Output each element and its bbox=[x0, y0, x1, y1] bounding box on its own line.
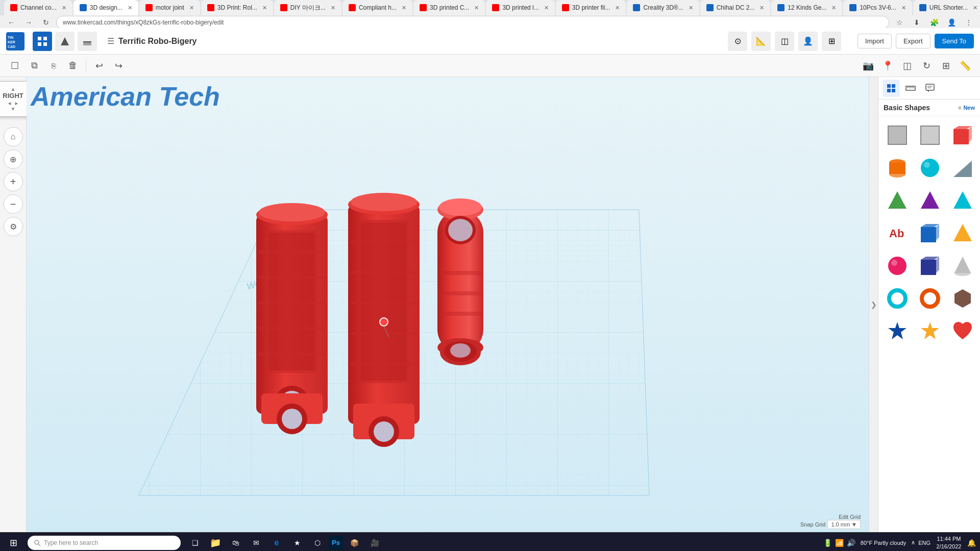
tab-close-icon[interactable]: ✕ bbox=[901, 5, 906, 11]
ps-icon[interactable]: Ps bbox=[329, 536, 343, 550]
shape-item-sphere[interactable] bbox=[915, 153, 945, 183]
tab-channel[interactable]: Channel co... ✕ bbox=[4, 0, 72, 15]
shapes-tab[interactable] bbox=[883, 80, 900, 97]
shapes-category-dropdown[interactable]: ≡ bbox=[958, 105, 961, 111]
shapes-tool-button[interactable] bbox=[55, 32, 75, 51]
shape-item-wedge[interactable] bbox=[948, 153, 977, 183]
tab-3d-printer-f[interactable]: 3D printer fil... ✕ bbox=[556, 0, 626, 15]
zoom-out-button[interactable]: − bbox=[4, 194, 23, 214]
tab-close-icon[interactable]: ✕ bbox=[128, 5, 132, 11]
shape-item-pyramid-g[interactable] bbox=[883, 186, 912, 215]
camera-button[interactable]: 📷 bbox=[860, 57, 877, 74]
shape-item-heart[interactable] bbox=[948, 316, 977, 346]
shape-item-box-striped[interactable] bbox=[915, 120, 945, 150]
notification-button[interactable]: 🔔 bbox=[967, 539, 976, 547]
tab-close-icon[interactable]: ✕ bbox=[262, 5, 267, 11]
bookmark-button[interactable]: ☆ bbox=[892, 15, 906, 30]
person-icon[interactable]: 👤 bbox=[798, 32, 818, 51]
shape-item-star-y[interactable] bbox=[915, 316, 945, 346]
copy-button[interactable]: ⧉ bbox=[26, 57, 43, 74]
align-button[interactable]: ⊞ bbox=[937, 57, 954, 74]
zoom-fit-button[interactable]: ⊕ bbox=[4, 149, 23, 169]
task-view-button[interactable]: ❑ bbox=[186, 534, 204, 552]
viewport[interactable]: American Tech bbox=[27, 77, 869, 532]
tab-close-icon[interactable]: ✕ bbox=[474, 5, 479, 11]
tab-close-icon[interactable]: ✕ bbox=[62, 5, 66, 11]
extensions-button[interactable]: 🧩 bbox=[927, 15, 941, 30]
zoom-in-button[interactable]: + bbox=[4, 172, 23, 191]
tab-3d-print-rol[interactable]: 3D Print: Rol... ✕ bbox=[201, 0, 273, 15]
mirror-tool-button[interactable]: ◫ bbox=[898, 57, 916, 74]
mirror-icon[interactable]: ◫ bbox=[775, 32, 794, 51]
shape-item-sphere-p[interactable] bbox=[883, 251, 912, 281]
tab-close-icon[interactable]: ✕ bbox=[831, 5, 836, 11]
tab-url-short[interactable]: URL Shorter... ✕ bbox=[913, 0, 980, 15]
reload-button[interactable]: ↻ bbox=[39, 15, 53, 30]
shape-item-pyramid-t[interactable] bbox=[948, 186, 977, 215]
search-bar[interactable]: Type here to search bbox=[28, 536, 181, 550]
account-button[interactable]: 👤 bbox=[944, 15, 959, 30]
store-icon[interactable]: 🛍 bbox=[227, 534, 245, 552]
shape-item-hex-br[interactable] bbox=[948, 284, 977, 313]
shape-item-torus[interactable] bbox=[883, 284, 912, 313]
ruler-tool-button[interactable]: 📏 bbox=[957, 57, 974, 74]
location-button[interactable]: 📍 bbox=[879, 57, 896, 74]
tab-close-icon[interactable]: ✕ bbox=[189, 5, 194, 11]
undo-button[interactable]: ↩ bbox=[90, 57, 108, 74]
shape-item-torus-br[interactable] bbox=[915, 284, 945, 313]
tab-3d-printed-l[interactable]: 3D printed l... ✕ bbox=[486, 0, 554, 15]
start-button[interactable]: ⊞ bbox=[4, 534, 22, 552]
grid-view-button[interactable] bbox=[33, 32, 52, 51]
edit-grid-button[interactable]: Edit Grid bbox=[839, 514, 861, 520]
shape-item-box-navy[interactable] bbox=[915, 251, 945, 281]
shape-item-star-bl[interactable] bbox=[883, 316, 912, 346]
mail-icon[interactable]: ✉ bbox=[247, 534, 265, 552]
tab-motor-joint[interactable]: motor joint ✕ bbox=[139, 0, 200, 15]
shape-item-text3d[interactable]: Ab bbox=[883, 218, 912, 248]
ruler-tab[interactable] bbox=[902, 80, 919, 97]
tab-close-icon[interactable]: ✕ bbox=[689, 5, 693, 11]
shape-item-box-hole[interactable] bbox=[883, 120, 912, 150]
redo-button[interactable]: ↪ bbox=[110, 57, 127, 74]
home-view-button[interactable]: ⌂ bbox=[4, 127, 23, 146]
unknown-app-3[interactable]: 📦 bbox=[345, 534, 363, 552]
tab-close-icon[interactable]: ✕ bbox=[544, 5, 549, 11]
tab-diy[interactable]: DIY 마이크... ✕ bbox=[274, 0, 341, 15]
forward-button[interactable]: → bbox=[21, 15, 36, 30]
delete-button[interactable]: 🗑 bbox=[64, 57, 82, 74]
menu-button[interactable]: ⋮ bbox=[962, 15, 976, 30]
tab-10pcs[interactable]: 10Pcs 3V-6... ✕ bbox=[843, 0, 912, 15]
tab-compliant[interactable]: Compliant h... ✕ bbox=[342, 0, 412, 15]
edge-icon[interactable]: e bbox=[267, 534, 286, 552]
tab-chihai[interactable]: Chihai DC 2... ✕ bbox=[700, 0, 771, 15]
tab-3d-printed-c[interactable]: 3D printed C... ✕ bbox=[413, 0, 485, 15]
new-button[interactable]: ☐ bbox=[6, 57, 23, 74]
shape-item-pyramid-p[interactable] bbox=[915, 186, 945, 215]
chat-tab[interactable] bbox=[921, 80, 939, 97]
tab-close-icon[interactable]: ✕ bbox=[615, 5, 620, 11]
tab-close-icon[interactable]: ✕ bbox=[331, 5, 335, 11]
tab-close-icon[interactable]: ✕ bbox=[402, 5, 406, 11]
tab-close-icon[interactable]: ✕ bbox=[760, 5, 764, 11]
export-button[interactable]: Export bbox=[896, 34, 930, 48]
tab-12kinds[interactable]: 12 Kinds Ge... ✕ bbox=[771, 0, 842, 15]
workplane-button[interactable] bbox=[78, 32, 97, 51]
expand-tray[interactable]: ∧ bbox=[911, 539, 915, 546]
apps-icon[interactable]: ⊞ bbox=[822, 32, 841, 51]
view-icon[interactable]: ⊙ bbox=[728, 32, 747, 51]
paste-button[interactable]: ⎘ bbox=[45, 57, 62, 74]
shape-item-cone[interactable] bbox=[948, 251, 977, 281]
rotate-tool-button[interactable]: ↻ bbox=[918, 57, 935, 74]
unknown-app-2[interactable]: ⬡ bbox=[308, 534, 327, 552]
collapse-panel-button[interactable]: ❯ bbox=[869, 77, 878, 532]
snap-grid-control[interactable]: Snap Grid 1.0 mm ▼ bbox=[800, 520, 861, 529]
send-to-button[interactable]: Send To bbox=[935, 34, 974, 48]
download-button[interactable]: ⬇ bbox=[910, 15, 924, 30]
tab-3d-design[interactable]: 3D design... ✕ bbox=[74, 0, 138, 15]
shape-item-pyramid-y[interactable] bbox=[948, 218, 977, 248]
settings-button[interactable]: ⚙ bbox=[4, 217, 23, 236]
unknown-app-1[interactable]: ★ bbox=[288, 534, 306, 552]
back-button[interactable]: ← bbox=[4, 15, 18, 30]
import-button[interactable]: Import bbox=[857, 34, 892, 48]
address-bar[interactable]: www.tinkercad.com/things/xQ8zkGs-terrifi… bbox=[56, 16, 889, 29]
